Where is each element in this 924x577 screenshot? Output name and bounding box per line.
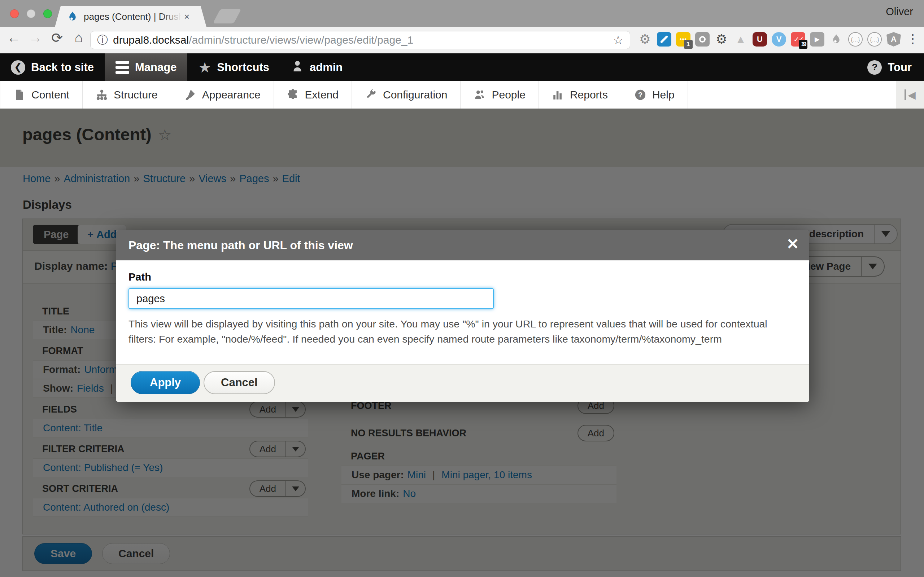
path-field-label: Path bbox=[129, 271, 797, 283]
new-tab-button[interactable] bbox=[213, 9, 241, 23]
menu-label: Structure bbox=[114, 89, 158, 101]
menu-label: People bbox=[492, 89, 525, 101]
extension-camera-icon[interactable] bbox=[695, 32, 709, 47]
menu-label: Help bbox=[652, 89, 675, 101]
modal-title: Page: The menu path or URL of this view bbox=[129, 239, 353, 252]
browser-tab[interactable]: pages (Content) | Drush Site-In × bbox=[55, 6, 207, 27]
extension-badge: 1 bbox=[684, 40, 693, 49]
forward-icon[interactable]: → bbox=[26, 30, 45, 45]
home-icon[interactable]: ⌂ bbox=[69, 30, 88, 45]
screen: pages (Content) | Drush Site-In × Oliver… bbox=[0, 0, 924, 577]
browser-menu-icon[interactable]: ⋮ bbox=[907, 31, 919, 46]
extension-tasks-icon[interactable]: ✓✓19 bbox=[791, 32, 805, 47]
back-to-site-button[interactable]: ❮ Back to site bbox=[0, 53, 105, 81]
hamburger-icon bbox=[115, 61, 129, 74]
address-bar[interactable]: ⓘ drupal8.docksal/admin/structure/views/… bbox=[90, 31, 630, 49]
url-host: drupal8.docksal bbox=[113, 34, 189, 46]
manage-label: Manage bbox=[135, 61, 176, 74]
extension-vimeo-icon[interactable]: V bbox=[772, 32, 786, 47]
collapse-arrow-icon: ◀ bbox=[908, 89, 916, 101]
shortcuts-label: Shortcuts bbox=[217, 61, 269, 74]
extension-gear-dark-icon[interactable]: ⚙ bbox=[714, 32, 729, 47]
admin-user-label: admin bbox=[310, 61, 342, 74]
extensions-row: ⚙ •••1 ⚙ ▲ U V ✓✓19 ▶ {…} {…} A bbox=[638, 32, 901, 47]
back-chevron-icon: ❮ bbox=[11, 60, 25, 75]
manage-button[interactable]: Manage bbox=[105, 53, 187, 81]
extend-icon bbox=[287, 89, 299, 101]
extension-braces-icon[interactable]: {…} bbox=[848, 32, 863, 47]
close-icon[interactable]: ✕ bbox=[787, 237, 799, 252]
menu-item-extend[interactable]: Extend bbox=[274, 81, 352, 108]
extension-drupal-icon[interactable] bbox=[829, 32, 843, 47]
path-modal: Page: The menu path or URL of this view … bbox=[116, 230, 809, 402]
extension-braces2-icon[interactable]: {…} bbox=[867, 32, 882, 47]
extension-colorpicker-icon[interactable] bbox=[657, 32, 671, 47]
menu-label: Content bbox=[31, 89, 69, 101]
close-window-button[interactable] bbox=[10, 10, 19, 18]
content-icon bbox=[13, 89, 26, 101]
menu-item-reports[interactable]: Reports bbox=[539, 81, 621, 108]
modal-body: Path This view will be displayed by visi… bbox=[116, 260, 809, 364]
menu-label: Extend bbox=[305, 89, 339, 101]
browser-toolbar: ← → ⟳ ⌂ ⓘ drupal8.docksal/admin/structur… bbox=[0, 27, 924, 53]
menu-label: Appearance bbox=[202, 89, 261, 101]
minimize-window-button[interactable] bbox=[27, 10, 36, 18]
people-icon bbox=[473, 89, 486, 101]
help-icon: ? bbox=[634, 89, 646, 101]
tour-label: Tour bbox=[888, 61, 912, 74]
browser-profile-name[interactable]: Oliver bbox=[886, 6, 913, 18]
extension-ublock-icon[interactable]: U bbox=[753, 32, 767, 47]
star-icon: ★ bbox=[198, 59, 211, 76]
extension-notes-icon[interactable]: •••1 bbox=[676, 32, 690, 47]
menu-label: Reports bbox=[570, 89, 608, 101]
page-content: pages (Content)☆ Home»Administration»Str… bbox=[0, 108, 924, 577]
menu-item-structure[interactable]: Structure bbox=[82, 81, 171, 108]
menu-item-people[interactable]: People bbox=[460, 81, 538, 108]
drupal-menu-bar: Content Structure Appearance Extend Conf… bbox=[0, 81, 924, 108]
structure-icon bbox=[96, 89, 108, 101]
appearance-icon bbox=[184, 89, 196, 101]
apply-button[interactable]: Apply bbox=[131, 371, 200, 394]
admin-user-button[interactable]: admin bbox=[280, 53, 353, 81]
modal-cancel-button[interactable]: Cancel bbox=[204, 371, 275, 394]
svg-text:?: ? bbox=[638, 91, 643, 99]
drupal-favicon bbox=[67, 11, 78, 22]
shortcuts-button[interactable]: ★ Shortcuts bbox=[187, 53, 280, 81]
modal-header[interactable]: Page: The menu path or URL of this view … bbox=[116, 230, 809, 260]
configuration-icon bbox=[365, 89, 377, 101]
drupal-admin-toolbar: ❮ Back to site Manage ★ Shortcuts admin … bbox=[0, 53, 924, 81]
toolbar-collapse-button[interactable]: ◀ bbox=[896, 81, 924, 108]
url-path: /admin/structure/views/view/pages/edit/p… bbox=[189, 34, 413, 46]
tab-close-icon[interactable]: × bbox=[184, 11, 189, 23]
window-controls bbox=[10, 10, 52, 18]
extension-gear-icon[interactable]: ⚙ bbox=[638, 32, 652, 47]
extension-badge: 19 bbox=[799, 40, 808, 49]
bookmark-star-icon[interactable]: ☆ bbox=[613, 33, 624, 47]
reload-icon[interactable]: ⟳ bbox=[48, 30, 66, 46]
extension-drive-icon[interactable]: ▲ bbox=[733, 32, 748, 47]
back-to-site-label: Back to site bbox=[31, 61, 94, 74]
extension-play-icon[interactable]: ▶ bbox=[810, 32, 824, 47]
path-description: This view will be displayed by visiting … bbox=[129, 316, 795, 347]
extension-angular-icon[interactable]: A bbox=[887, 32, 901, 47]
menu-item-configuration[interactable]: Configuration bbox=[352, 81, 460, 108]
menu-item-help[interactable]: ? Help bbox=[621, 81, 688, 108]
back-icon[interactable]: ← bbox=[4, 30, 23, 45]
tour-button[interactable]: ? Tour bbox=[855, 53, 924, 81]
menu-item-appearance[interactable]: Appearance bbox=[171, 81, 274, 108]
mac-titlebar: pages (Content) | Drush Site-In × Oliver bbox=[0, 0, 924, 27]
menu-item-content[interactable]: Content bbox=[0, 81, 82, 108]
reports-icon bbox=[552, 89, 564, 101]
menu-label: Configuration bbox=[383, 89, 447, 101]
question-icon: ? bbox=[867, 60, 882, 75]
page-info-icon[interactable]: ⓘ bbox=[97, 33, 108, 48]
user-icon bbox=[291, 60, 304, 76]
modal-footer: Apply Cancel bbox=[116, 364, 809, 402]
path-input[interactable] bbox=[129, 288, 494, 309]
zoom-window-button[interactable] bbox=[43, 10, 52, 18]
tab-title: pages (Content) | Drush Site-In bbox=[84, 11, 181, 23]
